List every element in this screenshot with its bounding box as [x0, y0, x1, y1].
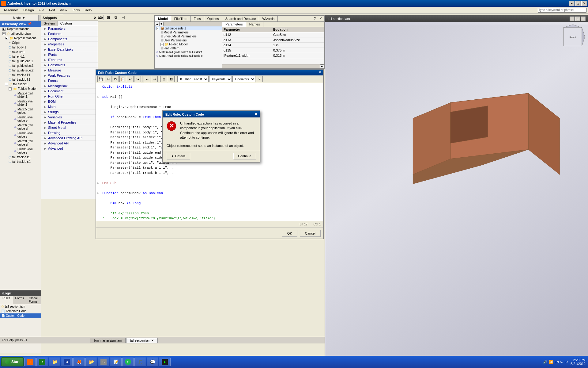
taskbar-inventor[interactable]: I	[24, 358, 36, 366]
rule-btn2[interactable]: ⊟	[168, 76, 175, 82]
snippets-close[interactable]: ✕	[94, 16, 96, 20]
tree-flush2[interactable]: ⊕ Flush:2 (tail slider:1	[0, 99, 41, 107]
tray-network[interactable]: 📶	[549, 360, 553, 364]
taskbar-firefox[interactable]: 🦊	[73, 358, 85, 366]
param-row-ifeature[interactable]: iFeature1:1.width 0.313 in	[222, 53, 324, 58]
repr-expand[interactable]: ▶	[5, 37, 8, 40]
taskbar-chat[interactable]: 💬	[147, 358, 158, 366]
tray-volume[interactable]: 🔊	[543, 360, 548, 364]
mirror-btn[interactable]: ⊣	[120, 14, 126, 21]
snippet-tab-custom[interactable]: Custom	[58, 21, 74, 26]
pattern-btn[interactable]: ⊞	[105, 14, 112, 21]
feat-constraints[interactable]: ►Constraints	[41, 63, 98, 68]
taskbar-spotify[interactable]: S	[122, 358, 134, 366]
rule-btn1[interactable]: ⊞	[160, 76, 167, 82]
root-expand[interactable]: −	[2, 32, 6, 35]
tree-mate6[interactable]: ⊕ Mate:6 (tail guide si	[0, 123, 41, 131]
tree-tail-slider[interactable]: − ⬡ tail slider:1	[0, 82, 41, 86]
rule-ifthen-dropdown[interactable]: If...Then...End If	[177, 76, 209, 82]
tree-track-ar[interactable]: ⬡ tail track a r:1	[0, 155, 41, 159]
taskbar-excel[interactable]: X	[36, 358, 48, 366]
menu-tools[interactable]: Tools	[70, 8, 82, 13]
menu-view[interactable]: View	[57, 8, 70, 13]
feat-drawing[interactable]: ►Drawing	[41, 130, 98, 136]
feat-advanced-drawing[interactable]: ►Advanced Drawing API	[41, 136, 98, 141]
assembly-view-pin[interactable]: 📌	[28, 22, 32, 26]
feat-bom[interactable]: ►BOM	[41, 99, 98, 104]
edit-rule-close-btn[interactable]: ✕	[318, 71, 321, 75]
slider-expand[interactable]: −	[5, 83, 8, 86]
vp-close-btn[interactable]: ✕	[581, 17, 586, 21]
feat-excel[interactable]: ►Excel Data Links	[41, 47, 98, 52]
line-marker-end-sub[interactable]: □	[97, 181, 101, 185]
rule-operators-dropdown[interactable]: Operators	[232, 76, 255, 82]
param-tab-names[interactable]: Names	[246, 22, 263, 27]
param-row-d113[interactable]: d113 JacobiRadiusSize	[222, 37, 324, 43]
tree-take-up[interactable]: ⬡ take up:1	[0, 50, 41, 54]
model-sheet-metal-params[interactable]: ⊞ Sheet Metal Parameters	[155, 34, 222, 38]
param-tab-params[interactable]: Parameters	[222, 22, 246, 27]
details-button[interactable]: ▼ Details	[167, 153, 190, 159]
menu-edit[interactable]: Edit	[47, 8, 57, 13]
close-button[interactable]: ✕	[581, 1, 587, 6]
rule-cut-btn[interactable]: ✂	[105, 76, 111, 82]
clock[interactable]: 2:23 PM 5/21/2012	[571, 358, 586, 366]
taskbar-calc[interactable]: C	[98, 358, 109, 366]
snippet-tab-system[interactable]: System	[41, 21, 58, 26]
taskbar-music[interactable]: 🎵	[134, 358, 146, 366]
continue-button[interactable]: Continue	[233, 153, 256, 159]
model-tab-options[interactable]: Options	[204, 16, 222, 21]
model-user-params[interactable]: ⊞ User Parameters	[155, 38, 222, 42]
ilogic-tab-rules[interactable]: Rules	[0, 296, 13, 304]
model-flat[interactable]: ⊞ Flat Pattern	[155, 46, 222, 50]
ilogic-tab-forms[interactable]: Forms	[13, 296, 26, 304]
feat-ifeatures[interactable]: ►iFeatures	[41, 57, 98, 63]
taskbar-terminal[interactable]: ▶	[159, 358, 171, 366]
folded-expand[interactable]: −	[9, 87, 12, 90]
rule-save-btn[interactable]: 💾	[97, 76, 104, 82]
start-button[interactable]: Start	[1, 357, 24, 366]
rule-indent-left-btn[interactable]: ⇤	[144, 76, 150, 82]
representations-item[interactable]: ▶ Representations	[0, 27, 41, 31]
feat-measure[interactable]: ►Measure	[41, 68, 98, 73]
feat-iproperties[interactable]: ►iProperties	[41, 42, 98, 47]
menu-help[interactable]: Help	[82, 8, 94, 13]
menu-design[interactable]: Design	[21, 8, 36, 13]
model-tab-wizards[interactable]: Wizards	[259, 16, 278, 21]
param-row-d114[interactable]: d114 1 in	[222, 43, 324, 48]
rule-ok-button[interactable]: OK	[282, 230, 297, 237]
rule-copy-btn[interactable]: ⧉	[112, 76, 119, 82]
model-params[interactable]: ⊞ Model Parameters	[155, 30, 222, 34]
tree-tail-end[interactable]: ⬡ tail end:1	[0, 54, 41, 59]
tab-model[interactable]: Model ▼	[0, 15, 39, 21]
folded-expand2[interactable]: +	[160, 43, 164, 46]
tree-tail-guide-side1[interactable]: ⬡ tail guide side:1	[0, 63, 41, 68]
param-row-d112[interactable]: d112 GapSize	[222, 32, 324, 37]
line-marker-sub[interactable]: □	[97, 94, 101, 99]
tree-representations[interactable]: ▶ 📁 Representations	[0, 36, 41, 40]
feat-advanced-api[interactable]: ►Advanced API	[41, 141, 98, 146]
model-tab-model[interactable]: Model	[155, 16, 171, 21]
feat-forms[interactable]: ►Forms	[41, 78, 98, 83]
tray-en[interactable]: EN	[555, 360, 559, 364]
tree-mate4[interactable]: ⊕ Mate:4 (tail slider:1,	[0, 91, 41, 99]
representations-expand[interactable]: ▶	[2, 28, 6, 31]
model-mate6[interactable]: ⊕ Mate:6 (tail guide side:1,tail slider:…	[155, 50, 222, 54]
tree-track-al[interactable]: ⬡ tail track a l:1	[0, 73, 41, 77]
nav-cube[interactable]: Front	[560, 25, 585, 49]
ilogic-file[interactable]: ⬡ tail section.iam	[0, 304, 41, 309]
model-mate7[interactable]: ⊕ Mate:7 (tail guide side:1,tail guide e	[155, 54, 222, 58]
tree-track-br[interactable]: ⬡ tail track b r:1	[0, 159, 41, 164]
rule-help-btn[interactable]: ?	[256, 76, 263, 82]
ilogic-tab-global[interactable]: Global Forms	[26, 296, 41, 304]
tree-root[interactable]: − ⬡ tail section.iam	[0, 31, 41, 36]
rule-redo-btn[interactable]: ↪	[134, 76, 141, 82]
ilogic-template-code[interactable]: 📄 Template Code	[0, 309, 41, 313]
feat-run-other[interactable]: ►Run Other	[41, 94, 98, 99]
tree-flush3[interactable]: ⊕ Flush:3 (tail guide e	[0, 115, 41, 123]
vp-maximize-btn[interactable]: □	[575, 17, 580, 21]
model-tab-files[interactable]: Files	[191, 16, 204, 21]
minimize-button[interactable]: −	[569, 1, 575, 6]
rule-keywords-dropdown[interactable]: Keywords	[209, 76, 232, 82]
tree-flush5[interactable]: ⊕ Flush:5 (tail guide s	[0, 131, 41, 139]
